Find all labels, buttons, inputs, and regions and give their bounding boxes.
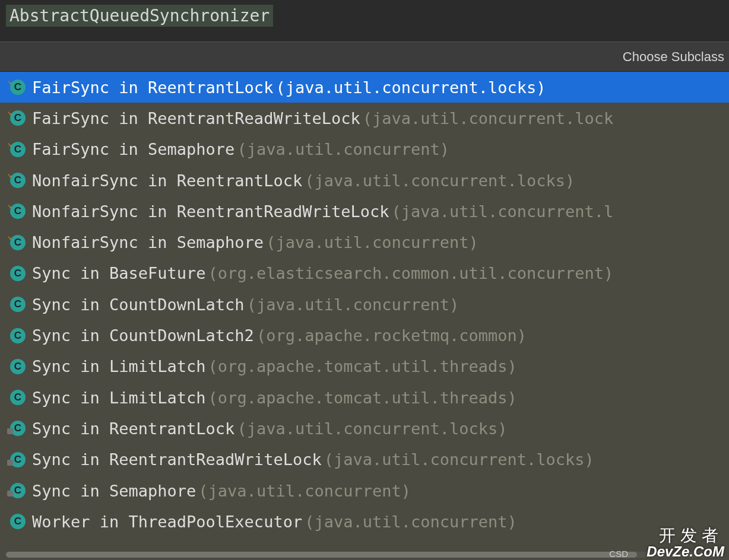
list-item[interactable]: C↘NonfairSync in Semaphore (java.util.co… — [0, 227, 729, 257]
item-name: Sync in LimitLatch — [32, 357, 206, 376]
item-package: (java.util.concurrent) — [247, 295, 459, 314]
list-item[interactable]: CSync in LimitLatch (org.apache.tomcat.u… — [0, 382, 729, 413]
list-item[interactable]: CWorker in ThreadPoolExecutor (java.util… — [0, 506, 729, 537]
list-item[interactable]: C↘FairSync in ReentrantReadWriteLock (ja… — [0, 103, 729, 133]
list-item[interactable]: C↘FairSync in Semaphore (java.util.concu… — [0, 134, 729, 165]
item-package: (java.util.concurrent.lock — [363, 109, 614, 128]
item-package: (java.util.concurrent.locks) — [305, 171, 575, 190]
choose-subclass-popup: Choose Subclass C↘FairSync in ReentrantL… — [0, 42, 729, 560]
item-name: Sync in ReentrantReadWriteLock — [32, 450, 322, 469]
override-overlay-icon: ↘ — [7, 201, 14, 208]
item-package: (org.elasticsearch.common.util.concurren… — [208, 264, 614, 282]
item-name: FairSync in ReentrantLock — [32, 78, 273, 97]
editor-header: AbstractQueuedSynchronizer — [0, 0, 729, 42]
override-overlay-icon: ↘ — [7, 77, 14, 84]
popup-title-bar: Choose Subclass — [0, 42, 729, 72]
item-name: NonfairSync in ReentrantReadWriteLock — [32, 202, 389, 221]
lock-overlay-icon — [7, 460, 13, 466]
item-name: NonfairSync in Semaphore — [32, 233, 264, 252]
item-package: (java.util.concurrent.locks) — [324, 450, 594, 469]
override-overlay-icon: ↘ — [7, 139, 14, 146]
item-package: (java.util.concurrent) — [237, 140, 449, 158]
item-package: (org.apache.tomcat.util.threads) — [208, 389, 517, 407]
item-package: (java.util.concurrent.l — [391, 202, 613, 221]
class-icon: C↘ — [9, 172, 26, 189]
class-icon: C↘ — [9, 234, 26, 251]
list-item[interactable]: CSync in BaseFuture (org.elasticsearch.c… — [0, 258, 729, 289]
item-package: (java.util.concurrent) — [266, 233, 478, 252]
item-name: Sync in CountDownLatch2 — [32, 326, 254, 345]
class-icon: C — [9, 420, 26, 437]
class-icon: C↘ — [9, 141, 26, 158]
scrollbar-thumb[interactable] — [6, 552, 637, 558]
class-icon: C — [9, 265, 26, 282]
class-icon: C — [9, 513, 26, 530]
item-name: Sync in BaseFuture — [32, 264, 206, 282]
item-name: Sync in Semaphore — [32, 482, 196, 500]
list-item[interactable]: CSync in CountDownLatch (java.util.concu… — [0, 289, 729, 320]
class-icon: C↘ — [9, 203, 26, 219]
item-package: (org.apache.tomcat.util.threads) — [208, 357, 517, 376]
editor-class-name: AbstractQueuedSynchronizer — [6, 5, 273, 27]
class-icon: C — [9, 358, 26, 375]
class-icon: C — [9, 389, 26, 406]
item-name: FairSync in Semaphore — [32, 140, 234, 158]
list-item[interactable]: C↘NonfairSync in ReentrantReadWriteLock … — [0, 196, 729, 227]
override-overlay-icon: ↘ — [7, 232, 14, 239]
class-icon: C↘ — [9, 110, 26, 126]
csdn-watermark: CSD — [609, 549, 628, 559]
class-icon: C — [9, 327, 26, 344]
class-icon: C — [9, 482, 26, 499]
item-name: FairSync in ReentrantReadWriteLock — [32, 109, 360, 128]
item-package: (org.apache.rocketmq.common) — [256, 326, 527, 345]
list-item[interactable]: CSync in CountDownLatch2 (org.apache.roc… — [0, 320, 729, 351]
list-item[interactable]: C↘FairSync in ReentrantLock (java.util.c… — [0, 72, 729, 103]
list-item[interactable]: C↘NonfairSync in ReentrantLock (java.uti… — [0, 165, 729, 196]
item-name: Sync in CountDownLatch — [32, 295, 245, 314]
item-name: Worker in ThreadPoolExecutor — [32, 513, 302, 531]
lock-overlay-icon — [7, 428, 13, 434]
item-name: Sync in LimitLatch — [32, 389, 206, 407]
list-item[interactable]: CSync in ReentrantLock (java.util.concur… — [0, 413, 729, 444]
override-overlay-icon: ↘ — [7, 107, 14, 114]
list-item[interactable]: CSync in Semaphore (java.util.concurrent… — [0, 475, 729, 506]
item-package: (java.util.concurrent) — [198, 482, 411, 500]
item-package: (java.util.concurrent.locks) — [275, 78, 546, 97]
subclass-list[interactable]: C↘FairSync in ReentrantLock (java.util.c… — [0, 72, 729, 537]
list-item[interactable]: CSync in ReentrantReadWriteLock (java.ut… — [0, 444, 729, 475]
class-icon: C — [9, 296, 26, 313]
lock-overlay-icon — [7, 491, 13, 497]
popup-title: Choose Subclass — [623, 49, 724, 65]
item-package: (java.util.concurrent) — [305, 513, 517, 531]
item-name: NonfairSync in ReentrantLock — [32, 171, 302, 190]
class-icon: C — [9, 451, 26, 468]
list-item[interactable]: CSync in LimitLatch (org.apache.tomcat.u… — [0, 351, 729, 382]
class-icon: C↘ — [9, 79, 26, 96]
override-overlay-icon: ↘ — [7, 170, 14, 177]
item-package: (java.util.concurrent.locks) — [237, 419, 507, 438]
item-name: Sync in ReentrantLock — [32, 419, 234, 438]
